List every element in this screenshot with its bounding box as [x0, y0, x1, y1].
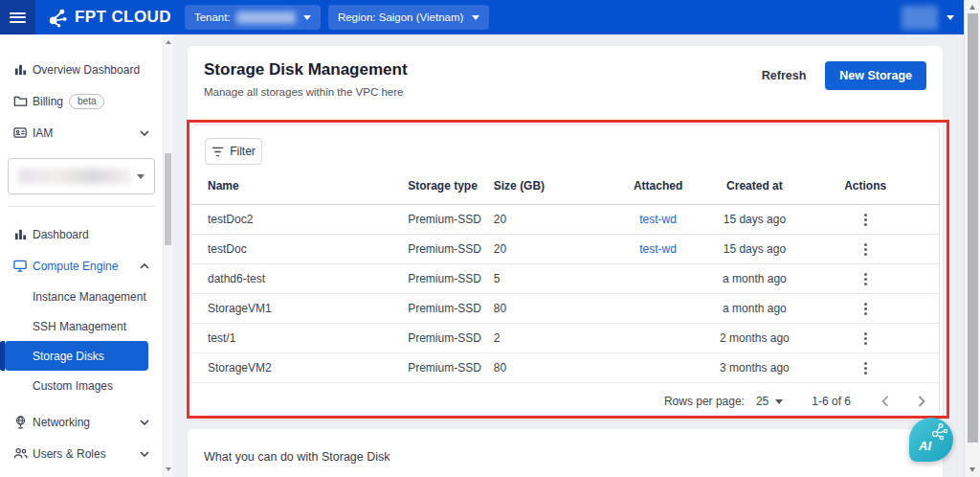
- row-actions-kebab-icon[interactable]: [864, 307, 867, 310]
- scroll-down-arrow-icon[interactable]: [969, 467, 975, 472]
- sidebar-scrollbar-thumb[interactable]: [165, 153, 171, 245]
- sidebar-item-label: Instance Management: [33, 290, 146, 304]
- table-row: test/1 Premium-SSD 2 2 months ago: [191, 324, 939, 353]
- page-header: Storage Disk Management Manage all stora…: [188, 46, 943, 98]
- sidebar-item-label: Compute Engine: [33, 260, 118, 273]
- column-header-storage-type: Storage type: [408, 179, 494, 193]
- sidebar: Overview Dashboard Billing beta IAM: [0, 34, 172, 477]
- new-storage-button[interactable]: New Storage: [825, 61, 926, 90]
- disk-type: Premium-SSD: [408, 213, 494, 226]
- caret-down-icon: [947, 15, 954, 20]
- scroll-up-arrow-icon[interactable]: [969, 5, 975, 10]
- chevron-right-icon: [918, 396, 925, 407]
- table-pagination: Rows per page: 25 1-6 of 6: [191, 383, 939, 418]
- hamburger-icon: [10, 10, 26, 25]
- sidebar-item-instance-management[interactable]: Instance Management: [0, 282, 163, 311]
- disk-size: 80: [494, 361, 615, 375]
- row-actions-kebab-icon[interactable]: [864, 218, 867, 221]
- sidebar-item-label: Dashboard: [33, 228, 89, 241]
- column-header-created-at: Created at: [701, 179, 808, 193]
- chevron-up-icon: [140, 263, 149, 269]
- disk-size: 20: [494, 242, 615, 256]
- disk-created-at: a month ago: [701, 272, 808, 285]
- disk-name: dathd6-test: [208, 272, 408, 285]
- sidebar-item-label: Billing: [33, 95, 63, 108]
- tenant-dropdown[interactable]: Tenant:: [185, 5, 321, 30]
- sidebar-item-label: Custom Images: [33, 379, 113, 393]
- attached-vm-link[interactable]: test-wd: [639, 213, 677, 226]
- sidebar-item-billing[interactable]: Billing beta: [0, 85, 163, 117]
- rows-per-page-value: 25: [756, 395, 768, 408]
- caret-down-icon: [472, 15, 479, 20]
- sidebar-item-label: Users & Roles: [33, 447, 106, 461]
- what-you-can-do-heading: What you can do with Storage Disk: [204, 450, 926, 464]
- row-actions-kebab-icon[interactable]: [864, 278, 867, 281]
- monitor-icon: [11, 259, 29, 273]
- pagination-range: 1-6 of 6: [812, 395, 851, 408]
- tenant-value-redacted: [236, 11, 296, 24]
- sidebar-scrollbar[interactable]: [163, 34, 172, 477]
- bar-chart-icon: [11, 62, 29, 77]
- row-actions-kebab-icon[interactable]: [864, 367, 867, 370]
- disk-size: 2: [494, 331, 615, 345]
- molecule-logo-icon: [46, 7, 68, 29]
- page-scrollbar-thumb[interactable]: [968, 13, 978, 443]
- next-page-button[interactable]: [918, 396, 925, 407]
- disk-name: test/1: [208, 331, 408, 345]
- sidebar-item-users-roles[interactable]: Users & Roles: [0, 438, 163, 469]
- active-item-indicator: [0, 341, 5, 371]
- sidebar-item-compute-engine[interactable]: Compute Engine: [0, 250, 163, 282]
- table-row: StorageVM2 Premium-SSD 80 3 months ago: [191, 353, 939, 383]
- user-account-menu[interactable]: [902, 6, 954, 30]
- disk-type: Premium-SSD: [408, 361, 494, 375]
- top-navbar: FPT CLOUD Tenant: Region: Saigon (Vietna…: [0, 0, 964, 34]
- header-actions: Refresh New Storage: [762, 61, 926, 90]
- vpc-selector-dropdown[interactable]: [8, 158, 155, 194]
- rows-per-page-label: Rows per page:: [664, 395, 745, 408]
- disk-name: testDoc2: [208, 213, 408, 226]
- sidebar-item-overview-dashboard[interactable]: Overview Dashboard: [0, 54, 163, 85]
- ai-assistant-button[interactable]: AI: [909, 418, 953, 462]
- disk-type: Premium-SSD: [408, 302, 494, 315]
- disk-size: 80: [494, 302, 615, 315]
- region-label: Region: Saigon (Vietnam): [338, 11, 463, 23]
- hamburger-menu-button[interactable]: [0, 0, 35, 34]
- disk-created-at: 15 days ago: [701, 213, 808, 226]
- sidebar-item-label: SSH Management: [33, 320, 126, 333]
- rows-per-page-select[interactable]: 25: [756, 395, 783, 408]
- page-scrollbar[interactable]: [964, 0, 980, 477]
- scroll-down-arrow-icon[interactable]: [166, 467, 171, 471]
- bar-chart-icon: [11, 227, 29, 241]
- disk-name: testDoc: [208, 242, 408, 256]
- sidebar-item-label: Storage Disks: [33, 350, 104, 363]
- app-window: FPT CLOUD Tenant: Region: Saigon (Vietna…: [0, 0, 980, 477]
- filter-icon: [212, 147, 224, 157]
- beta-badge: beta: [69, 94, 104, 109]
- column-header-actions: Actions: [808, 179, 923, 193]
- previous-page-button[interactable]: [881, 396, 889, 407]
- user-name-redacted: [902, 6, 938, 30]
- region-dropdown[interactable]: Region: Saigon (Vietnam): [328, 5, 489, 30]
- disk-type: Premium-SSD: [408, 331, 494, 345]
- attached-vm-link[interactable]: test-wd: [639, 242, 677, 256]
- sidebar-item-custom-images[interactable]: Custom Images: [0, 371, 163, 400]
- table-row: dathd6-test Premium-SSD 5 a month ago: [191, 264, 939, 294]
- brand-logo[interactable]: FPT CLOUD: [46, 7, 171, 29]
- filter-label: Filter: [230, 145, 256, 158]
- caret-down-icon: [137, 174, 145, 179]
- row-actions-kebab-icon[interactable]: [864, 248, 867, 251]
- scroll-up-arrow-icon[interactable]: [166, 40, 171, 44]
- table-row: testDoc Premium-SSD 20 test-wd 15 days a…: [191, 235, 939, 264]
- column-header-name: Name: [208, 179, 408, 193]
- sidebar-item-storage-disks[interactable]: Storage Disks: [5, 341, 148, 371]
- sidebar-item-dashboard[interactable]: Dashboard: [0, 218, 163, 250]
- row-actions-kebab-icon[interactable]: [864, 337, 867, 340]
- users-icon: [11, 446, 29, 461]
- filter-button[interactable]: Filter: [205, 138, 262, 165]
- sidebar-item-label: Networking: [33, 416, 90, 429]
- refresh-button[interactable]: Refresh: [762, 69, 807, 82]
- sidebar-item-networking[interactable]: Networking: [0, 406, 163, 438]
- table-row: StorageVM1 Premium-SSD 80 a month ago: [191, 294, 939, 324]
- sidebar-item-iam[interactable]: IAM: [0, 117, 163, 148]
- sidebar-item-ssh-management[interactable]: SSH Management: [0, 311, 163, 341]
